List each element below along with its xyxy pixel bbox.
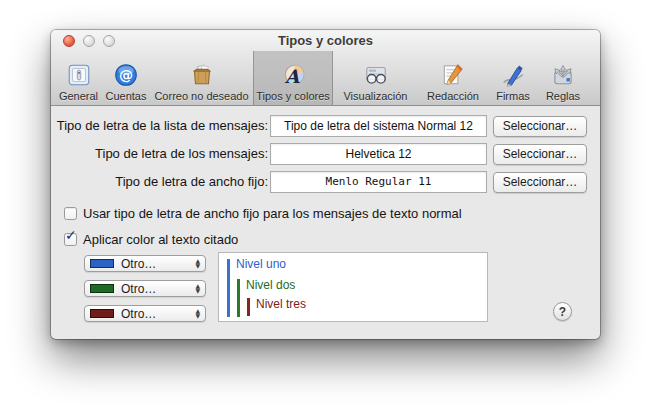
at-circle-icon: @: [113, 60, 139, 90]
svg-text:A: A: [284, 66, 300, 87]
message-list-font-value: Tipo de letra del sistema Normal 12: [270, 115, 487, 137]
toolbar-item-cuentas[interactable]: @ Cuentas: [102, 51, 150, 105]
select-message-list-font-button[interactable]: Seleccionar…: [493, 116, 587, 137]
quote-level2-color-dropdown[interactable]: Otro… ▲▼: [84, 280, 206, 297]
chevron-updown-icon: ▲▼: [195, 309, 200, 318]
paper-bag-icon: [189, 60, 215, 90]
fixed-width-font-value: Menlo Regular 11: [270, 171, 487, 193]
message-list-font-label: Tipo de letra de la lista de mensajes:: [57, 115, 268, 137]
toolbar-item-redaccion[interactable]: Redacción: [418, 51, 488, 105]
window-header: Tipos y colores General: [51, 30, 600, 106]
toolbar-item-tipos-y-colores[interactable]: A Tipos y colores: [253, 51, 333, 105]
quote-bar-level2: [237, 279, 240, 317]
traffic-lights: [63, 35, 115, 47]
toolbar-item-label: Cuentas: [106, 90, 147, 102]
preview-level3-text: Nivel tres: [256, 297, 306, 311]
toolbar-item-label: General: [59, 90, 98, 102]
quote-color-preview: Nivel uno Nivel dos Nivel tres: [218, 252, 488, 322]
mail-preferences-window: Tipos y colores General: [51, 30, 600, 339]
checkbox-icon: [64, 207, 77, 220]
dropdown-label: Otro…: [121, 257, 156, 271]
color-swatch: [90, 259, 114, 268]
dropdown-label: Otro…: [121, 282, 156, 296]
toolbar: General @ Cuentas: [51, 51, 600, 105]
toolbar-item-label: Tipos y colores: [256, 90, 330, 102]
toolbar-item-general[interactable]: General: [55, 51, 102, 105]
toolbar-item-label: Reglas: [546, 90, 580, 102]
letter-a-colorwheel-icon: A: [280, 60, 306, 90]
toolbar-item-label: Visualización: [343, 90, 407, 102]
quote-level3-color-dropdown[interactable]: Otro… ▲▼: [84, 305, 206, 322]
toolbar-item-label: Redacción: [427, 90, 479, 102]
select-message-font-button[interactable]: Seleccionar…: [493, 144, 587, 165]
fountain-pen-icon: [500, 60, 526, 90]
fixed-width-font-label: Tipo de letra de ancho fijo:: [115, 171, 268, 193]
eyeglasses-icon: [363, 60, 389, 90]
help-button[interactable]: ?: [553, 302, 572, 321]
chevron-updown-icon: ▲▼: [195, 284, 200, 293]
light-switch-icon: [66, 60, 92, 90]
message-font-value: Helvetica 12: [270, 143, 487, 165]
toolbar-item-correo-no-deseado[interactable]: Correo no deseado: [150, 51, 253, 105]
checkbox-icon: ✓: [64, 233, 77, 246]
toolbar-item-visualizacion[interactable]: Visualización: [333, 51, 418, 105]
svg-text:@: @: [119, 67, 133, 83]
color-swatch: [90, 284, 114, 293]
quote-level1-color-dropdown[interactable]: Otro… ▲▼: [84, 255, 206, 272]
chevron-updown-icon: ▲▼: [195, 259, 200, 268]
message-font-label: Tipo de letra de los mensajes:: [95, 143, 268, 165]
quote-bar-level3: [247, 298, 250, 316]
preview-level1-text: Nivel uno: [236, 257, 286, 271]
minimize-icon[interactable]: [83, 35, 95, 47]
pencil-page-icon: [440, 60, 466, 90]
color-swatch: [90, 309, 114, 318]
checkmark-icon: ✓: [65, 228, 77, 242]
zoom-icon[interactable]: [103, 35, 115, 47]
dropdown-label: Otro…: [121, 307, 156, 321]
select-fixed-width-font-button[interactable]: Seleccionar…: [493, 172, 587, 193]
toolbar-item-label: Firmas: [496, 90, 530, 102]
screen: Tipos y colores General: [0, 0, 650, 407]
preview-level2-text: Nivel dos: [246, 278, 295, 292]
checkbox-color-quoted-text[interactable]: ✓ Aplicar color al texto citado: [64, 231, 238, 247]
toolbar-item-label: Correo no deseado: [154, 90, 248, 102]
checkbox-use-fixed-width-font[interactable]: Usar tipo de letra de ancho fijo para lo…: [64, 205, 462, 221]
toolbar-item-reglas[interactable]: Reglas: [538, 51, 588, 105]
close-icon[interactable]: [63, 35, 75, 47]
checkbox-label: Aplicar color al texto citado: [83, 232, 238, 247]
window-title: Tipos y colores: [51, 30, 600, 51]
quote-bar-level1: [227, 259, 230, 317]
checkbox-label: Usar tipo de letra de ancho fijo para lo…: [83, 206, 462, 221]
titlebar: Tipos y colores: [51, 30, 600, 51]
arrows-badge-icon: [550, 60, 576, 90]
toolbar-item-firmas[interactable]: Firmas: [488, 51, 538, 105]
